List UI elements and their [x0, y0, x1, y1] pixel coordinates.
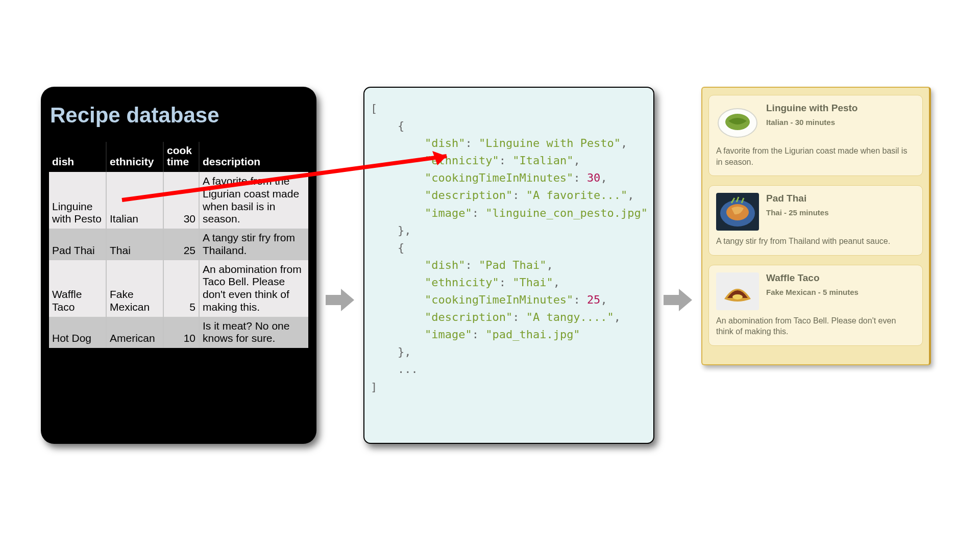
recipe-meta: Fake Mexican - 5 minutes [766, 288, 859, 296]
cell-ethnicity: Thai [106, 229, 163, 260]
cell-description: An abomination from Taco Bell. Please do… [199, 260, 308, 317]
json-line: "ethnicity": "Italian", [371, 152, 647, 169]
json-line: [ [371, 100, 647, 117]
cell-dish: Linguine with Pesto [49, 172, 106, 229]
cell-dish: Hot Dog [49, 317, 106, 348]
json-line: "description": "A tangy....", [371, 309, 647, 326]
database-title: Recipe database [50, 103, 308, 128]
cell-description: A tangy stir fry from Thailand. [199, 229, 308, 260]
json-line: "ethnicity": "Thai", [371, 274, 647, 291]
json-line: "cookingTimeInMinutes": 30, [371, 169, 647, 187]
recipe-thumbnail [716, 272, 759, 310]
database-panel: Recipe database dish ethnicity cooktime … [41, 87, 316, 444]
database-table: dish ethnicity cooktime description Ling… [49, 142, 308, 348]
cell-dish: Waffle Taco [49, 260, 106, 317]
json-line: "description": "A favorite...", [371, 187, 647, 204]
col-header-time: cooktime [163, 142, 199, 172]
cell-ethnicity: Italian [106, 172, 163, 229]
cell-time: 10 [163, 317, 199, 348]
col-header-dish: dish [49, 142, 106, 172]
rendered-cards-panel: Linguine with Pesto Italian - 30 minutes… [701, 87, 931, 365]
cell-time: 5 [163, 260, 199, 317]
json-line: "dish": "Linguine with Pesto", [371, 135, 647, 152]
json-panel: [ { "dish": "Linguine with Pesto", "ethn… [363, 87, 654, 444]
recipe-thumbnail [716, 193, 759, 231]
json-line: }, [371, 343, 647, 361]
cell-time: 30 [163, 172, 199, 229]
svg-point-6 [732, 294, 743, 299]
recipe-title: Pad Thai [766, 193, 829, 204]
json-line: ... [371, 361, 647, 378]
recipe-meta: Thai - 25 minutes [766, 208, 829, 217]
recipe-title: Linguine with Pesto [766, 103, 857, 114]
table-row: Hot Dog American 10 Is it meat? No one k… [49, 317, 308, 348]
table-row: Waffle Taco Fake Mexican 5 An abominatio… [49, 260, 308, 317]
table-header-row: dish ethnicity cooktime description [49, 142, 308, 172]
recipe-thumbnail [716, 103, 759, 140]
json-line: "image": "linguine_con_pesto.jpg" [371, 205, 647, 222]
json-line: "cookingTimeInMinutes": 25, [371, 291, 647, 309]
json-line: }, [371, 222, 647, 239]
recipe-head: Linguine with Pesto Italian - 30 minutes [716, 103, 915, 140]
json-line: { [371, 239, 647, 257]
recipe-description: A favorite from the Ligurian coast made … [716, 145, 915, 167]
flow-arrow-icon [326, 288, 354, 314]
cell-dish: Pad Thai [49, 229, 106, 260]
recipe-head: Pad Thai Thai - 25 minutes [716, 193, 915, 231]
table-row: Linguine with Pesto Italian 30 A favorit… [49, 172, 308, 229]
recipe-head: Waffle Taco Fake Mexican - 5 minutes [716, 272, 915, 310]
recipe-meta: Italian - 30 minutes [766, 118, 857, 127]
col-header-ethnicity: ethnicity [106, 142, 163, 172]
table-row: Pad Thai Thai 25 A tangy stir fry from T… [49, 229, 308, 260]
recipe-card: Waffle Taco Fake Mexican - 5 minutes An … [708, 265, 923, 346]
json-line: ] [371, 379, 647, 396]
json-line: "image": "pad_thai.jpg" [371, 326, 647, 343]
cell-description: A favorite from the Ligurian coast made … [199, 172, 308, 229]
col-header-description: description [199, 142, 308, 172]
cell-time: 25 [163, 229, 199, 260]
json-line: "dish": "Pad Thai", [371, 257, 647, 274]
cell-description: Is it meat? No one knows for sure. [199, 317, 308, 348]
diagram-stage: Recipe database dish ethnicity cooktime … [41, 87, 939, 454]
cell-ethnicity: Fake Mexican [106, 260, 163, 317]
recipe-card: Linguine with Pesto Italian - 30 minutes… [708, 95, 923, 176]
json-line: { [371, 117, 647, 135]
recipe-card: Pad Thai Thai - 25 minutes A tangy stir … [708, 185, 923, 256]
cell-ethnicity: American [106, 317, 163, 348]
flow-arrow-icon [664, 288, 692, 314]
recipe-description: A tangy stir fry from Thailand with pean… [716, 236, 915, 247]
recipe-title: Waffle Taco [766, 272, 859, 284]
recipe-description: An abomination from Taco Bell. Please do… [716, 315, 915, 337]
